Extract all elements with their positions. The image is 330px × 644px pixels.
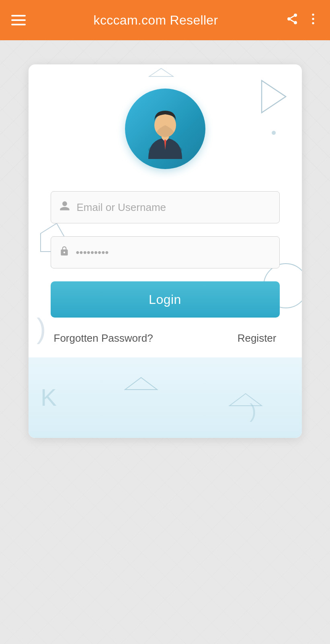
avatar-container [51, 89, 280, 169]
hamburger-line-1 [11, 15, 26, 17]
hamburger-line-2 [11, 19, 26, 21]
page-content: ) [0, 40, 330, 644]
login-card: ) [29, 64, 302, 438]
bottom-links: Forgotten Password? Register [51, 332, 280, 345]
avatar [125, 89, 205, 169]
svg-point-5 [312, 13, 314, 15]
hamburger-line-3 [11, 24, 26, 25]
register-link[interactable]: Register [238, 332, 277, 345]
share-icon[interactable] [286, 12, 299, 28]
svg-point-2 [294, 21, 297, 24]
svg-text:): ) [250, 400, 256, 422]
svg-point-7 [312, 22, 314, 24]
email-input-group [51, 191, 280, 223]
svg-text:K: K [41, 384, 57, 411]
hamburger-menu-icon[interactable] [11, 15, 26, 25]
svg-line-3 [290, 20, 294, 22]
more-options-icon[interactable] [307, 12, 319, 28]
svg-point-6 [312, 18, 314, 20]
card-bottom-area: K ) [29, 357, 302, 438]
password-input-group [51, 236, 280, 268]
svg-point-1 [287, 17, 291, 21]
toolbar-title: kcccam.com Reseller [26, 13, 286, 28]
svg-marker-26 [149, 68, 173, 76]
toolbar-left [11, 15, 26, 25]
svg-marker-32 [230, 394, 262, 406]
svg-line-4 [290, 16, 294, 18]
email-input[interactable] [77, 201, 271, 214]
svg-point-0 [294, 13, 297, 17]
lock-icon [59, 246, 70, 259]
toolbar-right [286, 12, 319, 28]
forgotten-password-link[interactable]: Forgotten Password? [54, 332, 153, 345]
svg-text:): ) [37, 313, 46, 344]
login-button[interactable]: Login [51, 281, 280, 318]
svg-marker-31 [125, 378, 157, 390]
toolbar: kcccam.com Reseller [0, 0, 330, 40]
login-form: Login Forgotten Password? Register [51, 191, 280, 345]
user-icon [59, 200, 70, 215]
password-input[interactable] [76, 246, 271, 259]
